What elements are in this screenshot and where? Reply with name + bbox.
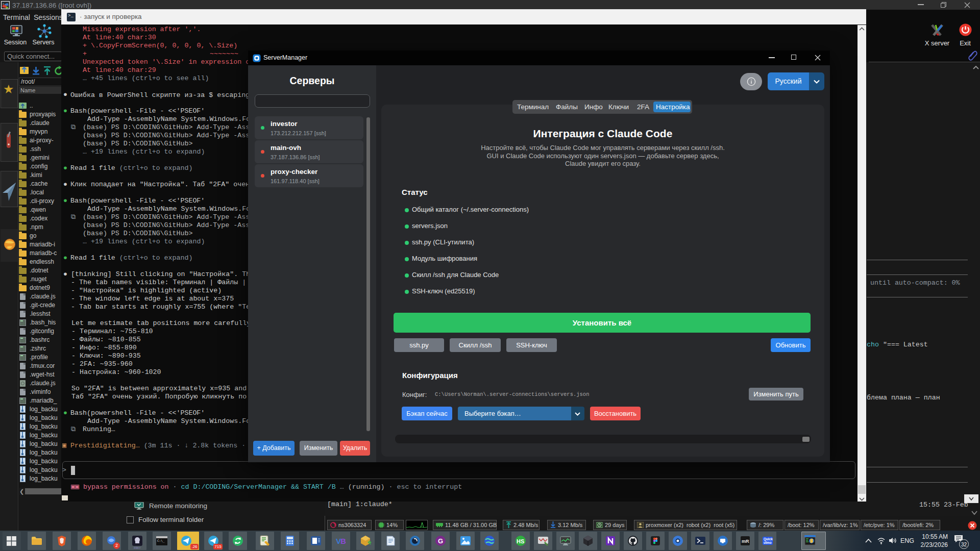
svg-text:HS: HS bbox=[517, 538, 524, 544]
svg-text:utmo: utmo bbox=[764, 541, 772, 544]
svg-text:mR: mR bbox=[742, 539, 749, 544]
svg-text:C:\_: C:\_ bbox=[157, 539, 165, 543]
svg-text:G: G bbox=[438, 537, 443, 545]
svg-text:B: B bbox=[340, 537, 346, 545]
